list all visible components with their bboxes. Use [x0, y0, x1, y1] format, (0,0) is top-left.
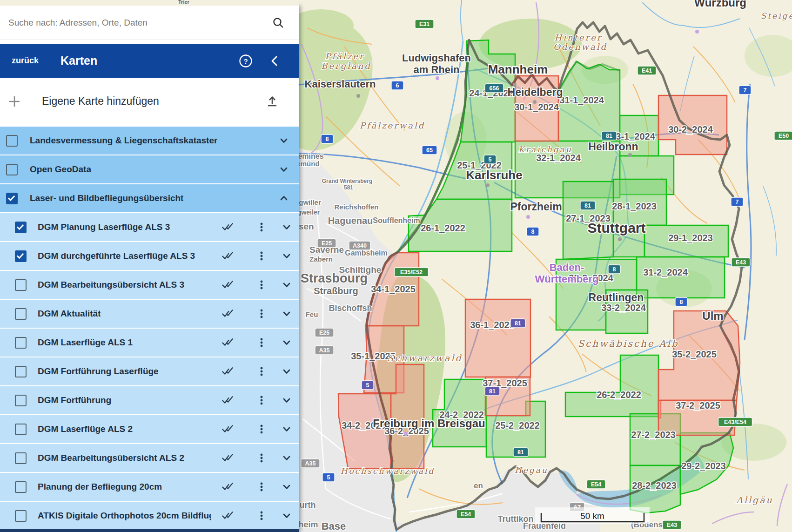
kebab-menu-icon[interactable]: [255, 336, 268, 349]
place-label: Heilbronn: [588, 141, 638, 153]
layer-section-row[interactable]: Laser- und Bildbefliegungsübersicht: [0, 183, 299, 212]
search-input[interactable]: [7, 17, 268, 28]
layer-row[interactable]: DGM Aktualität: [0, 299, 299, 328]
add-own-map-row[interactable]: Eigene Karte hinzufügen: [0, 78, 299, 125]
kebab-menu-icon[interactable]: [255, 509, 268, 522]
kebab-menu-icon[interactable]: [255, 249, 268, 263]
layer-row[interactable]: DGM Laserflüge ALS 2: [0, 414, 299, 443]
chevron-down-icon[interactable]: [280, 509, 293, 522]
kebab-menu-icon[interactable]: [255, 365, 268, 378]
chevron-down-icon[interactable]: [280, 423, 293, 436]
plus-icon[interactable]: [7, 94, 21, 108]
place-label: Schiltighe: [339, 265, 382, 275]
chevron-down-icon[interactable]: [280, 249, 293, 263]
double-check-icon[interactable]: [221, 365, 234, 378]
layer-checkbox[interactable]: [15, 395, 27, 406]
layer-checkbox[interactable]: [15, 510, 27, 522]
layer-checkbox[interactable]: [15, 452, 27, 464]
collapse-panel-icon[interactable]: [269, 55, 280, 67]
double-check-icon[interactable]: [221, 480, 234, 493]
chevron-down-icon[interactable]: [277, 134, 290, 147]
layer-label: DGM durchgeführte Laserflüge ALS 3: [38, 251, 195, 261]
back-button[interactable]: zurück: [12, 56, 39, 66]
map-canvas[interactable]: 24-1_202225-1_202226-1_202231-1_202433-1…: [299, 0, 792, 532]
chevron-down-icon[interactable]: [280, 394, 293, 407]
layer-row[interactable]: DGM Planung Laserflüge ALS 3: [0, 212, 299, 241]
chevron-down-icon[interactable]: [280, 451, 293, 465]
layer-checkbox[interactable]: [15, 308, 27, 320]
kebab-menu-icon[interactable]: [255, 394, 268, 407]
layer-row[interactable]: DGM Fortführung: [0, 385, 299, 414]
road-shield-label: 8: [326, 136, 329, 142]
layer-label: Planung der Befliegung 20cm: [38, 482, 162, 492]
kebab-menu-icon[interactable]: [255, 221, 268, 234]
layer-checkbox[interactable]: [15, 222, 27, 233]
city-dot: [628, 153, 632, 157]
flight-block-label: 26-2_2022: [597, 390, 641, 400]
layer-tree: Landesvermessung & Liegenschaftskataster…: [0, 126, 299, 530]
layer-row[interactable]: DGM Laserflüge ALS 1: [0, 328, 299, 357]
kebab-menu-icon[interactable]: [255, 480, 268, 493]
layer-checkbox[interactable]: [15, 337, 27, 349]
chevron-down-icon[interactable]: [280, 336, 293, 349]
double-check-icon[interactable]: [221, 278, 234, 291]
layer-checkbox[interactable]: [15, 250, 27, 262]
region-label: Odenwald: [553, 42, 607, 52]
double-check-icon[interactable]: [221, 336, 234, 349]
search-icon[interactable]: [272, 17, 284, 29]
chevron-down-icon[interactable]: [280, 278, 293, 291]
place-label: Freiburg im Breisgau: [373, 417, 485, 430]
city-dot: [356, 94, 360, 98]
layer-row[interactable]: Planung der Befliegung 20cm: [0, 472, 299, 501]
section-checkbox[interactable]: [6, 135, 18, 147]
section-checkbox[interactable]: [6, 164, 18, 175]
kebab-menu-icon[interactable]: [255, 278, 268, 291]
chevron-up-icon[interactable]: [277, 192, 290, 205]
place-label: Reutlingen: [589, 291, 644, 303]
flight-block-planned[interactable]: [465, 299, 530, 377]
upload-icon[interactable]: [266, 95, 279, 108]
layer-section-row[interactable]: Landesvermessung & Liegenschaftskataster: [0, 126, 299, 155]
double-check-icon[interactable]: [221, 423, 234, 436]
layer-row[interactable]: DGM Bearbeitungsübersicht ALS 3: [0, 270, 299, 299]
chevron-down-icon[interactable]: [277, 163, 290, 176]
place-label: Straßburg: [314, 286, 358, 296]
chevron-down-icon[interactable]: [280, 480, 293, 493]
svg-text:Baden-: Baden-: [550, 262, 584, 273]
layer-row[interactable]: DGM Fortführung Laserflüge: [0, 357, 299, 385]
layer-section-row[interactable]: Open GeoData: [0, 155, 299, 183]
double-check-icon[interactable]: [221, 394, 234, 407]
double-check-icon[interactable]: [221, 307, 234, 320]
help-icon[interactable]: ?: [239, 54, 253, 68]
place-label: Heidelberg: [508, 86, 563, 98]
road-shield-label: 7: [736, 199, 739, 205]
layer-checkbox[interactable]: [15, 424, 27, 435]
place-label: Soufflenheim: [373, 216, 420, 224]
double-check-icon[interactable]: [221, 509, 234, 522]
double-check-icon[interactable]: [221, 451, 234, 465]
layer-label: DGM Bearbeitungsübersicht ALS 2: [38, 453, 184, 463]
chevron-down-icon[interactable]: [280, 221, 293, 234]
panel-header: zurück Karten ?: [0, 44, 299, 78]
layer-row[interactable]: DGM durchgeführte Laserflüge ALS 3: [0, 241, 299, 270]
road-shield-label: 81: [517, 449, 524, 456]
kebab-menu-icon[interactable]: [255, 423, 268, 436]
double-check-icon[interactable]: [221, 249, 234, 263]
double-check-icon[interactable]: [221, 221, 234, 234]
chevron-down-icon[interactable]: [280, 307, 293, 320]
layer-row[interactable]: ATKIS Digitale Orthophotos 20cm Bildflug…: [0, 501, 299, 530]
kebab-menu-icon[interactable]: [255, 307, 268, 320]
layer-row[interactable]: DGM Bearbeitungsübersicht ALS 2: [0, 443, 299, 472]
flight-block-done[interactable]: [637, 257, 725, 298]
flight-block-label: 28-1_2023: [612, 201, 657, 211]
place-label: Mannheim: [488, 62, 548, 76]
layer-checkbox[interactable]: [15, 366, 27, 377]
section-checkbox[interactable]: [6, 193, 18, 204]
layer-checkbox[interactable]: [15, 279, 27, 291]
layer-checkbox[interactable]: [15, 481, 27, 493]
geoportal-app: { "app": { "top_strip_label": "Trier", "…: [0, 0, 792, 532]
flight-block-planned[interactable]: [391, 364, 424, 469]
road-shield-label: A340: [353, 242, 367, 249]
kebab-menu-icon[interactable]: [255, 451, 268, 465]
chevron-down-icon[interactable]: [280, 365, 293, 378]
